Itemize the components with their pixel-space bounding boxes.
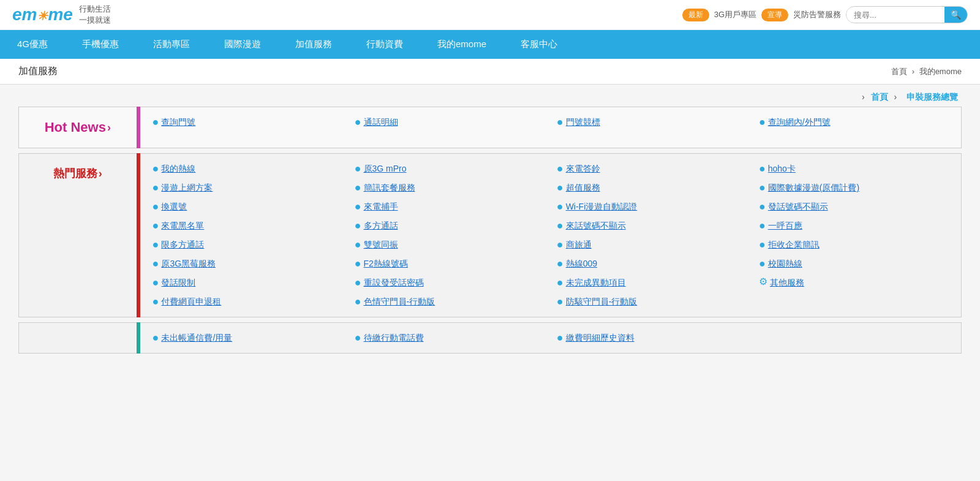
search-button[interactable]: 🔍 xyxy=(944,7,967,23)
page-title: 加值服務 xyxy=(18,65,58,78)
link-incoming-ring[interactable]: 來電答鈴 xyxy=(566,162,600,175)
list-item: ● 簡訊套餐服務 xyxy=(355,181,545,194)
breadcrumb-myemome[interactable]: 我的emome xyxy=(919,67,962,76)
link-dual-number[interactable]: 雙號同振 xyxy=(364,238,398,251)
link-query-internal[interactable]: 查詢網內/外門號 xyxy=(768,116,831,129)
hot-news-text: Hot News xyxy=(45,119,106,135)
breadcrumb2-home[interactable]: 首頁 xyxy=(871,92,888,102)
link-intl-data-roaming[interactable]: 國際數據漫遊(原價計費) xyxy=(768,181,859,194)
dot-icon: ● xyxy=(153,239,159,250)
dot-icon: ● xyxy=(153,332,159,343)
nav-item-4g[interactable]: 4G優惠 xyxy=(0,30,65,59)
link-blackberry[interactable]: 原3G黑莓服務 xyxy=(161,257,216,270)
bill-label-cell xyxy=(19,323,138,354)
link-query-number[interactable]: 查詢門號 xyxy=(161,116,195,129)
link-blacklist[interactable]: 來電黑名單 xyxy=(161,219,204,232)
list-item: ● Wi-Fi漫遊自動認證 xyxy=(557,200,747,213)
list-item: ● 來話號碼不顯示 xyxy=(557,219,747,232)
dot-icon: ● xyxy=(153,182,159,193)
dot-icon: ● xyxy=(557,239,564,250)
link-unbilled[interactable]: 未出帳通信費/用量 xyxy=(161,331,232,344)
dot-icon: ● xyxy=(153,116,159,127)
link-hide-incoming[interactable]: 來話號碼不顯示 xyxy=(566,219,626,232)
dot-icon: ● xyxy=(153,296,159,307)
list-item: ● 未完成異動項目 xyxy=(557,276,747,289)
list-item: ● 雙號同振 xyxy=(355,238,545,251)
nav-item-activity[interactable]: 活動專區 xyxy=(136,30,207,59)
link-3g-mpro[interactable]: 原3G mPro xyxy=(364,162,407,175)
hot-service-text: 熱門服務 xyxy=(53,166,97,181)
list-item: ⚙ 其他服務 xyxy=(759,276,949,289)
dot-icon: ● xyxy=(355,182,361,193)
nav-item-myemome[interactable]: 我的emome xyxy=(420,30,503,59)
dot-icon: ● xyxy=(759,201,766,212)
nav-item-value[interactable]: 加值服務 xyxy=(278,30,349,59)
link-hoho[interactable]: hoho卡 xyxy=(768,162,796,175)
link-super-value[interactable]: 超值服務 xyxy=(566,181,600,194)
dot-icon: ● xyxy=(153,258,159,269)
link-payment-history[interactable]: 繳費明細歷史資料 xyxy=(566,331,635,344)
dot-icon: ● xyxy=(759,182,766,193)
link-hotline009[interactable]: 熱線009 xyxy=(566,257,597,270)
dot-icon: ● xyxy=(355,116,361,127)
link-biz-travel[interactable]: 商旅通 xyxy=(566,238,592,251)
link-hide-caller[interactable]: 發話號碼不顯示 xyxy=(768,200,828,213)
link-call-detail[interactable]: 通話明細 xyxy=(364,116,398,129)
list-item: ● 發話號碼不顯示 xyxy=(759,200,949,213)
link-call-limit[interactable]: 發話限制 xyxy=(161,276,195,289)
list-item: ● 色情守門員-行動版 xyxy=(355,295,545,308)
search-input[interactable] xyxy=(846,8,944,22)
nav-item-tariff[interactable]: 行動資費 xyxy=(349,30,420,59)
list-item: ● 門號競標 xyxy=(557,116,747,129)
link-campus-hotline[interactable]: 校園熱線 xyxy=(768,257,802,270)
dot-icon: ● xyxy=(557,332,564,343)
link-reject-sms[interactable]: 拒收企業簡訊 xyxy=(768,238,820,251)
link-reset-pwd[interactable]: 重設發受話密碼 xyxy=(364,276,424,289)
dot-icon: ● xyxy=(355,201,361,212)
link-other-service[interactable]: 其他服務 xyxy=(770,276,804,289)
header-right: 最新 3G用戶專區 宣導 災防告警服務 🔍 xyxy=(682,6,968,23)
list-item: ● 繳費明細歷史資料 xyxy=(557,331,747,344)
badge-notice[interactable]: 宣導 xyxy=(761,9,788,21)
breadcrumb-home[interactable]: 首頁 xyxy=(891,67,907,76)
list-item: ● hoho卡 xyxy=(759,162,949,175)
link-adult-guard[interactable]: 色情守門員-行動版 xyxy=(364,295,435,308)
dot-icon: ● xyxy=(153,277,159,288)
header: em☀me 行動生活 一摸就迷 最新 3G用戶專區 宣導 災防告警服務 🔍 xyxy=(0,0,980,30)
tagline-line1: 行動生活 xyxy=(79,4,111,15)
list-item: ● 熱線009 xyxy=(557,257,747,270)
nav-item-roaming[interactable]: 國際漫遊 xyxy=(207,30,278,59)
nav-item-service[interactable]: 客服中心 xyxy=(503,30,575,59)
list-item: ● 待繳行動電話費 xyxy=(355,331,545,344)
link-hack-guard[interactable]: 防駭守門員-行動版 xyxy=(566,295,638,308)
hot-news-links-grid: ● 查詢門號 ● 通話明細 ● 門號競標 ● 查詢網內/外門號 xyxy=(153,116,949,129)
link-roaming-plan[interactable]: 漫遊上網方案 xyxy=(161,181,213,194)
list-item: ● 發話限制 xyxy=(153,276,342,289)
link-multiparty[interactable]: 多方通話 xyxy=(364,219,398,232)
dot-icon: ● xyxy=(153,220,159,231)
list-item xyxy=(759,295,949,308)
link-wifi-auto[interactable]: Wi-Fi漫遊自動認證 xyxy=(566,200,638,213)
link-my-hotline[interactable]: 我的熱線 xyxy=(161,162,195,175)
link-call-catcher[interactable]: 來電捕手 xyxy=(364,200,398,213)
link-pay-webpage[interactable]: 付費網頁申退租 xyxy=(161,295,221,308)
link-bid-number[interactable]: 門號競標 xyxy=(566,116,600,129)
link-sms-package[interactable]: 簡訊套餐服務 xyxy=(364,181,415,194)
link-unfinished[interactable]: 未完成異動項目 xyxy=(566,276,626,289)
link-limit-multiparty[interactable]: 限多方通話 xyxy=(161,238,204,251)
badge-new[interactable]: 最新 xyxy=(682,9,709,21)
list-item: ● 通話明細 xyxy=(355,116,545,129)
dot-icon: ● xyxy=(355,332,361,343)
list-item: ● 原3G黑莓服務 xyxy=(153,257,342,270)
header-left: em☀me 行動生活 一摸就迷 xyxy=(12,4,111,26)
link-change-number[interactable]: 換選號 xyxy=(161,200,187,213)
link-pending-bill[interactable]: 待繳行動電話費 xyxy=(364,331,424,344)
bill-links-cell: ● 未出帳通信費/用量 ● 待繳行動電話費 ● 繳費明細歷史資料 xyxy=(138,323,962,354)
list-item: ● 拒收企業簡訊 xyxy=(759,238,949,251)
link-one-call[interactable]: 一呼百應 xyxy=(768,219,802,232)
link-f2hotline[interactable]: F2熱線號碼 xyxy=(364,257,408,270)
nav-item-phone[interactable]: 手機優惠 xyxy=(65,30,136,59)
breadcrumb2-arrow: › xyxy=(862,92,865,102)
logo: em☀me xyxy=(12,5,73,25)
logo-tagline: 行動生活 一摸就迷 xyxy=(79,4,111,26)
